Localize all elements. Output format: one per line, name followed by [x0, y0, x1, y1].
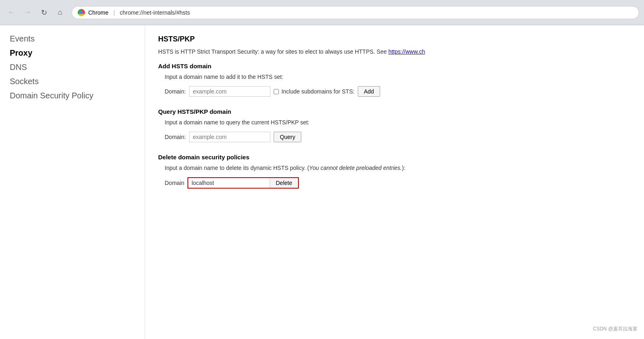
address-separator: | [113, 9, 115, 16]
page-title: HSTS/PKP [158, 35, 631, 43]
sidebar-item-sockets[interactable]: Sockets [10, 74, 135, 89]
add-hsts-section: Add HSTS domain Input a domain name to a… [158, 63, 631, 97]
back-button[interactable]: ← [5, 6, 18, 19]
main-layout: Events Proxy DNS Sockets Domain Security… [0, 25, 644, 339]
include-subdomains-checkbox[interactable] [274, 89, 279, 94]
add-section-title: Add HSTS domain [158, 63, 631, 70]
query-hsts-section: Query HSTS/PKP domain Input a domain nam… [158, 108, 631, 142]
address-bar[interactable]: Chrome | chrome://net-internals/#hsts [72, 6, 639, 19]
sidebar-item-domain-security-policy[interactable]: Domain Security Policy [10, 89, 135, 103]
sidebar-item-dns[interactable]: DNS [10, 60, 135, 74]
query-section-title: Query HSTS/PKP domain [158, 108, 631, 115]
browser-toolbar: ← → ↻ ⌂ Chrome | chrome://net-internals/… [0, 0, 644, 25]
add-domain-label: Domain: [165, 88, 186, 95]
delete-section-title: Delete domain security policies [158, 154, 631, 161]
query-form-row: Domain: Query [158, 132, 631, 142]
include-subdomains-label: Include subdomains for STS: [274, 88, 355, 95]
watermark: CSDN @庞耳拉海莱 [593, 326, 637, 332]
add-domain-input[interactable] [189, 86, 270, 97]
add-form-row: Domain: Include subdomains for STS: Add [158, 86, 631, 97]
sidebar-item-events[interactable]: Events [10, 32, 135, 46]
delete-section: Delete domain security policies Input a … [158, 154, 631, 189]
query-button[interactable]: Query [274, 132, 301, 142]
sidebar: Events Proxy DNS Sockets Domain Security… [0, 25, 145, 339]
add-section-desc: Input a domain name to add it to the HST… [158, 73, 631, 81]
reload-button[interactable]: ↻ [37, 6, 50, 19]
browser-name-label: Chrome [88, 9, 109, 16]
forward-button[interactable]: → [21, 6, 34, 19]
hsts-link[interactable]: https://www.ch [388, 48, 425, 55]
nav-buttons: ← → ↻ ⌂ [5, 6, 67, 19]
query-section-desc: Input a domain name to query the current… [158, 118, 631, 127]
delete-button[interactable]: Delete [270, 178, 298, 188]
sidebar-item-proxy[interactable]: Proxy [10, 46, 135, 60]
page-description: HSTS is HTTP Strict Transport Security: … [158, 48, 631, 56]
query-domain-input[interactable] [189, 132, 270, 142]
delete-domain-label: Domain [165, 180, 184, 186]
delete-section-desc: Input a domain name to delete its dynami… [158, 164, 631, 172]
query-domain-label: Domain: [165, 134, 186, 140]
home-button[interactable]: ⌂ [54, 6, 67, 19]
delete-form-row: Domain Delete [158, 177, 631, 189]
chrome-logo-icon [78, 9, 85, 16]
delete-domain-input[interactable] [188, 178, 270, 188]
content-area: HSTS/PKP HSTS is HTTP Strict Transport S… [145, 25, 644, 339]
delete-highlight-container: Delete [187, 177, 298, 189]
address-text: chrome://net-internals/#hsts [120, 9, 190, 16]
add-button[interactable]: Add [358, 86, 380, 97]
